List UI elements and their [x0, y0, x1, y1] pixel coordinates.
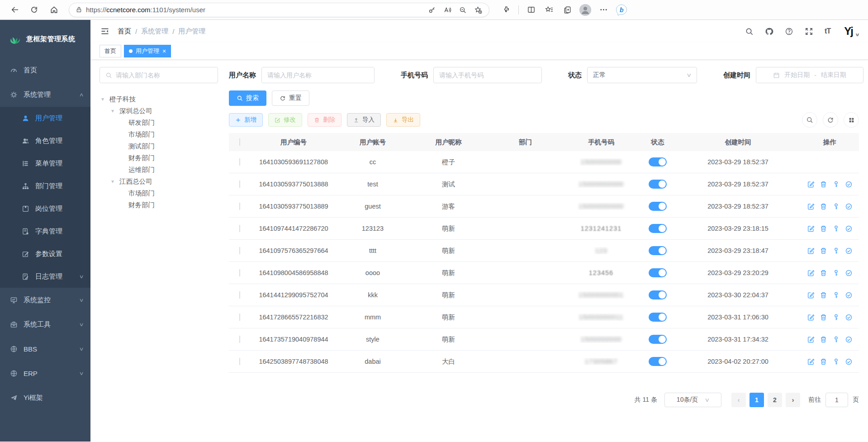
key-icon[interactable] [832, 203, 840, 210]
extensions-icon[interactable] [498, 2, 514, 18]
check-circle-icon[interactable] [845, 358, 853, 366]
browser-home-icon[interactable] [46, 2, 62, 18]
goto-page-input[interactable] [825, 393, 848, 407]
profile-avatar[interactable] [578, 2, 593, 18]
sidebar-item-role[interactable]: 角色管理 [0, 129, 90, 152]
sidebar-item-monitor[interactable]: 系统监控∨ [0, 288, 90, 312]
delete-icon[interactable] [820, 358, 827, 366]
add-button[interactable]: 新增 [229, 113, 263, 127]
toggle-search-button[interactable] [802, 112, 817, 128]
delete-icon[interactable] [820, 181, 827, 188]
export-button[interactable]: 导出 [386, 113, 420, 127]
check-circle-icon[interactable] [845, 269, 853, 277]
collections-icon[interactable] [560, 2, 575, 18]
search-icon[interactable] [745, 27, 754, 36]
password-key-icon[interactable] [426, 4, 438, 16]
status-toggle[interactable] [649, 357, 667, 366]
sidebar-item-user[interactable]: 用户管理 [0, 107, 90, 129]
check-circle-icon[interactable] [845, 336, 853, 343]
tree-node-测试部门[interactable]: 测试部门 [100, 140, 218, 152]
sidebar-item-home[interactable]: 首页 [0, 58, 90, 82]
date-range-picker[interactable]: 开始日期 - 结束日期 [756, 67, 863, 83]
edit-icon[interactable] [807, 291, 815, 299]
tree-node-市场部门[interactable]: 市场部门 [100, 187, 218, 199]
tree-node-研发部门[interactable]: 研发部门 [100, 117, 218, 128]
check-circle-icon[interactable] [845, 314, 853, 321]
reset-button[interactable]: 重置 [272, 90, 309, 106]
delete-icon[interactable] [820, 336, 827, 343]
delete-icon[interactable] [820, 247, 827, 255]
sidebar-item-menu[interactable]: 菜单管理 [0, 152, 90, 175]
github-icon[interactable] [765, 27, 773, 36]
status-toggle[interactable] [649, 268, 667, 277]
tree-node-运维部门[interactable]: 运维部门 [100, 164, 218, 176]
sidebar-item-yiframe[interactable]: Yi框架 [0, 385, 90, 410]
tab-用户管理[interactable]: 用户管理× [124, 45, 171, 57]
sidebar-item-bbs[interactable]: BBS∨ [0, 337, 90, 361]
browser-back-icon[interactable] [6, 2, 22, 18]
status-toggle[interactable] [649, 246, 667, 255]
key-icon[interactable] [832, 314, 840, 321]
user-logo-avatar[interactable]: Yj ∨ [844, 25, 858, 38]
tree-node-财务部门[interactable]: 财务部门 [100, 199, 218, 211]
delete-icon[interactable] [820, 291, 827, 299]
edit-icon[interactable] [807, 314, 815, 321]
status-toggle[interactable] [649, 180, 667, 189]
more-menu-icon[interactable] [596, 2, 611, 18]
status-toggle[interactable] [649, 202, 667, 211]
delete-icon[interactable] [820, 225, 827, 233]
tree-expand-icon[interactable]: ▾ [111, 178, 117, 185]
row-checkbox[interactable] [239, 225, 240, 232]
sidebar-item-config[interactable]: 参数设置 [0, 242, 90, 265]
delete-icon[interactable] [820, 314, 827, 321]
prev-page-button[interactable]: ‹ [731, 393, 746, 407]
tree-expand-icon[interactable]: ▾ [111, 108, 117, 114]
edit-icon[interactable] [807, 269, 815, 277]
check-circle-icon[interactable] [845, 181, 853, 188]
app-logo[interactable]: 意框架管理系统 [0, 20, 90, 58]
sidebar-item-tools[interactable]: 系统工具∨ [0, 312, 90, 337]
fullscreen-icon[interactable] [805, 27, 813, 36]
tree-node-橙子科技[interactable]: ▾橙子科技 [100, 93, 218, 105]
page-button-2[interactable]: 2 [768, 393, 782, 407]
status-toggle[interactable] [649, 157, 667, 166]
row-checkbox[interactable] [239, 314, 240, 321]
row-checkbox[interactable] [239, 158, 240, 166]
username-input[interactable] [267, 71, 369, 79]
split-screen-icon[interactable] [523, 2, 539, 18]
modify-button[interactable]: 修改 [268, 113, 302, 127]
select-all-checkbox[interactable] [239, 138, 240, 146]
browser-refresh-icon[interactable] [26, 2, 42, 18]
edit-icon[interactable] [807, 225, 815, 233]
edit-icon[interactable] [807, 203, 815, 210]
phone-input[interactable] [439, 71, 536, 79]
key-icon[interactable] [832, 358, 840, 366]
row-checkbox[interactable] [239, 358, 240, 365]
tree-node-财务部门[interactable]: 财务部门 [100, 152, 218, 164]
row-checkbox[interactable] [239, 247, 240, 254]
sidebar-item-dept[interactable]: 部门管理 [0, 175, 90, 197]
status-select[interactable]: 正常 ∨ [587, 67, 697, 83]
favorites-bar-icon[interactable] [541, 2, 557, 18]
read-aloud-icon[interactable] [441, 4, 454, 16]
tree-node-江西总公司[interactable]: ▾江西总公司 [100, 176, 218, 187]
check-circle-icon[interactable] [845, 291, 853, 299]
breadcrumb-home[interactable]: 首页 [118, 27, 131, 36]
delete-button[interactable]: 删除 [308, 113, 342, 127]
import-button[interactable]: 导入 [347, 113, 381, 127]
sidebar-item-erp[interactable]: ERP∨ [0, 361, 90, 385]
next-page-button[interactable]: › [786, 393, 800, 407]
key-icon[interactable] [832, 336, 840, 343]
address-bar[interactable]: https://ccnetcore.com:1101/system/user [69, 3, 489, 17]
edit-icon[interactable] [807, 181, 815, 188]
edit-icon[interactable] [807, 358, 815, 366]
sidebar-item-system[interactable]: 系统管理∧ [0, 82, 90, 107]
row-checkbox[interactable] [239, 291, 240, 299]
bing-chat-icon[interactable]: b [614, 2, 629, 18]
check-circle-icon[interactable] [845, 247, 853, 255]
tree-node-深圳总公司[interactable]: ▾深圳总公司 [100, 105, 218, 117]
sidebar-item-post[interactable]: 岗位管理 [0, 197, 90, 220]
page-button-1[interactable]: 1 [749, 393, 764, 407]
add-favorite-icon[interactable] [472, 4, 484, 16]
close-icon[interactable]: × [162, 48, 166, 54]
